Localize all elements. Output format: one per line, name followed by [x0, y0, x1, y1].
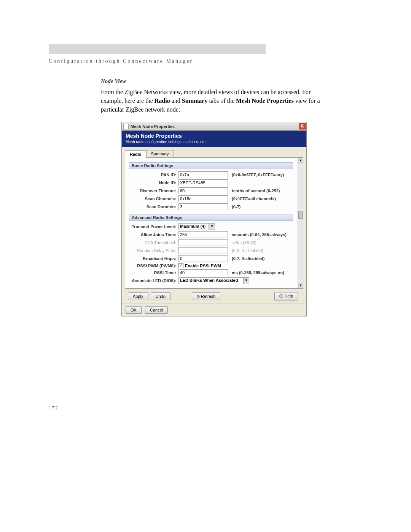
- select-assoc-led-value: LED Blinks When Associated: [178, 277, 243, 284]
- tab-area: Radio Summary ▲ ▼ Basic Radio Settings P…: [122, 147, 306, 304]
- help-icon: ⓘ: [279, 294, 283, 298]
- hint-cca: -dBm (36-80): [232, 240, 256, 245]
- input-discover-timeout[interactable]: [178, 187, 228, 194]
- hint-rssi-timer: ms (0-255, 255=always on): [232, 270, 284, 275]
- hint-scan-channels: (0x1FFE=all channels): [232, 197, 276, 201]
- top-color-bar: [49, 44, 266, 54]
- window-icon: [123, 124, 129, 129]
- select-assoc-led[interactable]: LED Blinks When Associated ▼: [178, 277, 249, 284]
- body-bold-3: Mesh Node Properties: [236, 97, 294, 104]
- row-random-delay: Random Delay Slots: (0-3, 0=disabled): [129, 247, 293, 254]
- hint-random-delay: (0-3, 0=disabled): [232, 248, 263, 253]
- tab-row: Radio Summary: [125, 150, 303, 158]
- row-tx-power: Transmit Power Level: Maximum (4) ▼: [129, 223, 293, 230]
- row-rssi-pwm: RSSI PWM (PWM0): ✓ Enable RSSI PWM: [129, 263, 293, 268]
- bottom-button-bar: OK Cancel: [122, 304, 306, 316]
- label-pan-id: PAN ID:: [129, 173, 178, 177]
- close-button[interactable]: X: [299, 123, 306, 129]
- hint-broadcast-hops: (0-7, 0=disabled): [232, 256, 265, 261]
- input-scan-channels[interactable]: [178, 195, 228, 202]
- hint-discover-timeout: tenths of second (0-252): [232, 189, 280, 193]
- input-random-delay[interactable]: [178, 247, 228, 254]
- ok-button[interactable]: OK: [126, 306, 142, 314]
- label-scan-channels: Scan Channels:: [129, 197, 178, 201]
- input-allow-joins[interactable]: [178, 231, 228, 238]
- row-scan-channels: Scan Channels: (0x1FFE=all channels): [129, 195, 293, 202]
- page-number: 172: [49, 405, 59, 411]
- label-tx-power: Transmit Power Level:: [129, 224, 178, 229]
- advanced-settings-header: Advanced Radio Settings: [129, 214, 293, 221]
- label-discover-timeout: Discover Timeout:: [129, 189, 178, 193]
- row-assoc-led: Associate LED (DIO5): LED Blinks When As…: [129, 277, 293, 284]
- title-bar[interactable]: Mesh Node Properties X: [122, 122, 306, 131]
- row-pan-id: PAN ID: (0x0-0x3FFF, 0xFFFF=any): [129, 171, 293, 178]
- tab-radio[interactable]: Radio: [125, 150, 147, 158]
- label-broadcast-hops: Broadcast Hops:: [129, 256, 178, 261]
- select-tx-power-value: Maximum (4): [178, 223, 209, 230]
- label-random-delay: Random Delay Slots:: [129, 248, 178, 253]
- row-cca: CCA Threshhold: -dBm (36-80): [129, 239, 293, 246]
- body-text-3: tabs of the: [207, 97, 236, 104]
- refresh-icon: ⟳: [197, 294, 200, 299]
- body-paragraph: From the ZigBee Networks view, more deta…: [101, 88, 322, 114]
- scroll-up-icon[interactable]: ▲: [298, 158, 303, 163]
- input-scan-duration[interactable]: [178, 203, 228, 210]
- basic-settings-header: Basic Radio Settings: [129, 162, 293, 169]
- help-label: Help: [284, 294, 293, 298]
- row-discover-timeout: Discover Timeout: tenths of second (0-25…: [129, 187, 293, 194]
- label-assoc-led: Associate LED (DIO5):: [129, 278, 178, 283]
- hint-allow-joins: seconds (0-64, 255=always): [232, 232, 287, 237]
- label-allow-joins: Allow Joins Time:: [129, 232, 178, 237]
- content-area: Node View From the ZigBee Networks view,…: [101, 78, 322, 114]
- label-rssi-pwm: RSSI PWM (PWM0):: [129, 264, 178, 268]
- window-title: Mesh Node Properties: [131, 124, 175, 129]
- label-rssi-timer: RSSI Timer: [129, 270, 178, 275]
- dialog-header-subtitle: Mesh radio configuration settings, stati…: [126, 140, 303, 144]
- scroll-thumb[interactable]: [298, 211, 303, 219]
- mesh-node-dialog: Mesh Node Properties X Mesh Node Propert…: [121, 122, 307, 316]
- row-node-id: Node ID:: [129, 179, 293, 186]
- input-pan-id[interactable]: [178, 171, 228, 178]
- scroll-down-icon[interactable]: ▼: [298, 283, 303, 288]
- label-scan-duration: Scan Duration:: [129, 204, 178, 209]
- refresh-label: Refresh: [201, 294, 216, 299]
- input-node-id[interactable]: [178, 179, 228, 186]
- apply-button[interactable]: Apply: [128, 292, 148, 300]
- undo-button[interactable]: Undo: [151, 292, 170, 300]
- scrollbar[interactable]: ▲ ▼: [298, 158, 303, 288]
- checkbox-rssi-pwm-label: Enable RSSI PWM: [185, 264, 221, 268]
- section-title: Node View: [101, 78, 322, 85]
- page-header: Configuration through Connectware Manage…: [49, 58, 193, 64]
- input-cca[interactable]: [178, 239, 228, 246]
- input-rssi-timer[interactable]: [178, 269, 228, 276]
- row-allow-joins: Allow Joins Time: seconds (0-64, 255=alw…: [129, 231, 293, 238]
- action-button-bar: Apply Undo ⟳Refresh ⓘHelp: [125, 289, 303, 304]
- select-tx-power[interactable]: Maximum (4) ▼: [178, 223, 215, 230]
- dialog-header: Mesh Node Properties Mesh radio configur…: [122, 131, 306, 147]
- body-text-2: and: [170, 97, 182, 104]
- dialog-header-title: Mesh Node Properties: [126, 133, 303, 139]
- body-bold-2: Summary: [182, 97, 208, 104]
- checkbox-rssi-pwm[interactable]: ✓: [178, 263, 183, 268]
- hint-pan-id: (0x0-0x3FFF, 0xFFFF=any): [232, 173, 284, 177]
- input-broadcast-hops[interactable]: [178, 255, 228, 262]
- tab-summary[interactable]: Summary: [146, 150, 174, 157]
- label-node-id: Node ID:: [129, 181, 178, 185]
- row-broadcast-hops: Broadcast Hops: (0-7, 0=disabled): [129, 255, 293, 262]
- body-bold-1: Radio: [155, 97, 170, 104]
- refresh-button[interactable]: ⟳Refresh: [192, 292, 221, 300]
- dropdown-icon[interactable]: ▼: [209, 223, 215, 230]
- hint-scan-duration: (0-7): [232, 204, 241, 209]
- row-rssi-timer: RSSI Timer ms (0-255, 255=always on): [129, 269, 293, 276]
- help-button[interactable]: ⓘHelp: [274, 292, 298, 300]
- dropdown-icon[interactable]: ▼: [243, 277, 249, 284]
- label-cca: CCA Threshhold:: [129, 240, 178, 245]
- cancel-button[interactable]: Cancel: [145, 306, 168, 314]
- row-scan-duration: Scan Duration: (0-7): [129, 203, 293, 210]
- tab-panel-radio: ▲ ▼ Basic Radio Settings PAN ID: (0x0-0x…: [125, 158, 303, 289]
